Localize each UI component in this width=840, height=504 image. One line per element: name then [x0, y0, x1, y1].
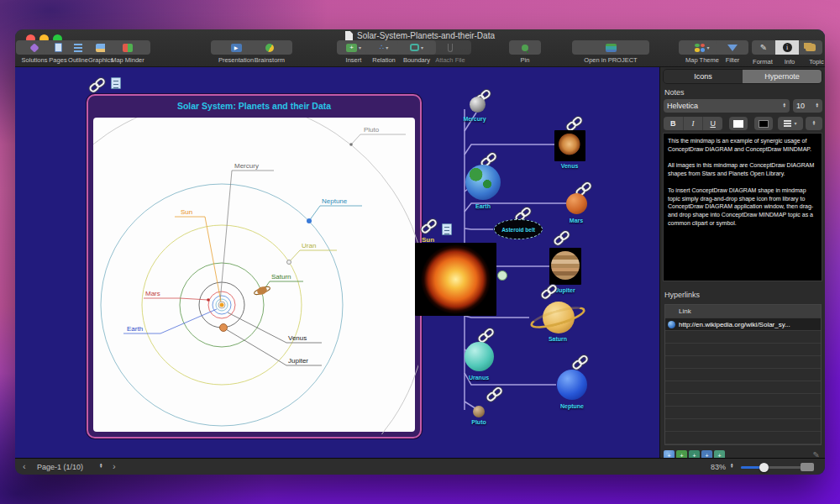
- map-theme-icon: [695, 44, 705, 52]
- fit-page-button[interactable]: [801, 463, 814, 471]
- segment-topic[interactable]: [799, 40, 822, 55]
- empty-row: [665, 356, 821, 369]
- format-label: Format: [743, 58, 783, 66]
- neptune-marker: [307, 218, 312, 223]
- brainstorm-icon: [265, 44, 274, 52]
- empty-row: [665, 419, 821, 432]
- zoom-slider-thumb[interactable]: [759, 463, 769, 472]
- orbit-label-venus: Venus: [288, 334, 307, 342]
- orbit-label-mercury: Mercury: [234, 162, 259, 170]
- mindmap-node-saturn[interactable]: [528, 298, 588, 337]
- toolbar-button-pin[interactable]: Pin: [509, 40, 541, 64]
- mindmap-node-venus[interactable]: [554, 130, 585, 161]
- mindmap-node-mercury[interactable]: [470, 97, 486, 113]
- next-page-chevron[interactable]: ›: [113, 462, 116, 471]
- filter-icon: [727, 45, 738, 51]
- diagram-topic-frame[interactable]: Solar System: Planets and their Data: [87, 94, 422, 438]
- app-window: Solar-System-Planets-and-their-Data Solu…: [15, 29, 825, 475]
- node-label: Mars: [551, 218, 601, 223]
- inspector-panel: Icons Hypernote Notes Helvetica ▲▼ 10 ▲▼…: [659, 67, 825, 458]
- empty-row: [665, 331, 821, 344]
- font-family-select[interactable]: Helvetica ▲▼: [664, 99, 790, 113]
- node-label: Saturn: [533, 336, 583, 342]
- toolbar-button-map-minder[interactable]: Map Minder: [105, 40, 150, 64]
- hyperlink-chain-icon[interactable]: [553, 232, 571, 244]
- zoom-stepper[interactable]: ▲▼: [730, 464, 733, 468]
- collapse-badge[interactable]: [498, 271, 507, 281]
- list-style-dropdown[interactable]: ▾: [778, 117, 803, 130]
- hyperlink-chain-icon[interactable]: [486, 388, 504, 400]
- toolbar-button-open-in-project[interactable]: Open in PROJECT: [572, 40, 649, 64]
- mindmap-node-pluto[interactable]: [473, 406, 485, 417]
- highlight-color-well[interactable]: [754, 117, 773, 130]
- hyperlink-chain-icon[interactable]: [514, 208, 533, 220]
- mars-marker: [207, 298, 210, 302]
- status-bar: ‹ Page-1 (1/10) ▲▼ › 83% ▲▼: [15, 458, 825, 475]
- open-in-project-icon: [606, 44, 617, 52]
- text-color-well[interactable]: [729, 117, 748, 130]
- mindmap-node-neptune[interactable]: [557, 370, 587, 400]
- note-icon[interactable]: [111, 77, 121, 89]
- italic-button[interactable]: I: [684, 117, 704, 130]
- hyperlink-chain-icon[interactable]: [477, 329, 496, 341]
- zoom-slider[interactable]: [741, 466, 802, 469]
- hyperlinks-label: Hyperlinks: [664, 291, 700, 299]
- empty-row: [665, 432, 821, 444]
- chevron-updown-icon: ▲▼: [812, 121, 816, 125]
- orbit-label-saturn: Saturn: [271, 273, 291, 281]
- mindmap-node-jupiter[interactable]: [549, 248, 581, 285]
- orbit-label-neptune: Neptune: [322, 197, 348, 205]
- hyperlink-chain-icon[interactable]: [88, 79, 107, 91]
- document-icon: [345, 31, 353, 40]
- hyperlink-row[interactable]: http://en.wikipedia.org/wiki/Solar_sy...: [665, 318, 821, 331]
- solutions-icon: [29, 43, 39, 52]
- presentation-icon: ▶: [231, 44, 242, 52]
- orbit-label-earth: Earth: [127, 325, 143, 333]
- map-minder-icon: [123, 44, 133, 52]
- bold-button[interactable]: B: [664, 117, 684, 130]
- titlebar: Solar-System-Planets-and-their-Data: [15, 31, 825, 40]
- page-indicator: Page-1 (1/10): [37, 463, 83, 471]
- orbit-label-uranus: Uran: [302, 242, 316, 249]
- hyperlink-chain-icon[interactable]: [565, 118, 584, 129]
- node-label: Neptune: [547, 403, 597, 409]
- node-label: Earth: [458, 203, 508, 209]
- info-icon: i: [783, 43, 792, 52]
- inspector-segmented-control: ✎ i: [752, 40, 822, 55]
- boundary-icon: [410, 44, 419, 51]
- mindmap-node-earth[interactable]: [465, 165, 501, 200]
- relation-icon: ∴: [380, 44, 385, 51]
- format-icon: ✎: [760, 44, 767, 52]
- tab-hypernote[interactable]: Hypernote: [743, 70, 822, 83]
- sun-marker: [220, 303, 224, 307]
- toolbar-button-brainstorm[interactable]: Brainstorm: [247, 40, 292, 64]
- prev-page-chevron[interactable]: ‹: [23, 462, 26, 471]
- segment-info[interactable]: i: [775, 40, 799, 55]
- notes-textarea[interactable]: This the mindmap is an example of synerg…: [663, 133, 822, 281]
- chevron-updown-icon: ▲▼: [783, 103, 786, 108]
- mindmap-node-sun[interactable]: [415, 243, 496, 316]
- hyperlink-chain-icon[interactable]: [540, 286, 559, 297]
- tab-icons[interactable]: Icons: [664, 70, 743, 83]
- mindmap-node-uranus[interactable]: [465, 342, 494, 371]
- outline-icon: [74, 47, 83, 49]
- node-label: Pluto: [454, 419, 504, 425]
- hyperlink-chain-icon[interactable]: [420, 220, 438, 232]
- hyperlink-chain-icon[interactable]: [571, 356, 590, 368]
- globe-icon: [668, 321, 675, 328]
- diagram-title: Solar System: Planets and their Data: [88, 96, 420, 116]
- toolbar-button-attach-file[interactable]: Attach File: [429, 40, 471, 64]
- mindmap-node-asteroid-belt[interactable]: Asteroid belt: [494, 219, 543, 239]
- mindmap-canvas[interactable]: Solar System: Planets and their Data: [15, 67, 659, 458]
- jupiter-marker: [220, 324, 228, 332]
- align-dropdown[interactable]: ▲▼: [806, 117, 822, 130]
- segment-format[interactable]: ✎: [752, 40, 775, 55]
- mindmap-node-mars[interactable]: [566, 193, 587, 214]
- page-stepper[interactable]: ▲▼: [99, 464, 102, 468]
- window-title: Solar-System-Planets-and-their-Data: [357, 31, 495, 40]
- hyperlink-chain-icon[interactable]: [480, 154, 498, 165]
- font-size-select[interactable]: 10 ▲▼: [793, 99, 822, 113]
- window-header: Solar-System-Planets-and-their-Data Solu…: [15, 29, 825, 67]
- underline-button[interactable]: U: [703, 117, 722, 130]
- note-icon[interactable]: [442, 223, 452, 235]
